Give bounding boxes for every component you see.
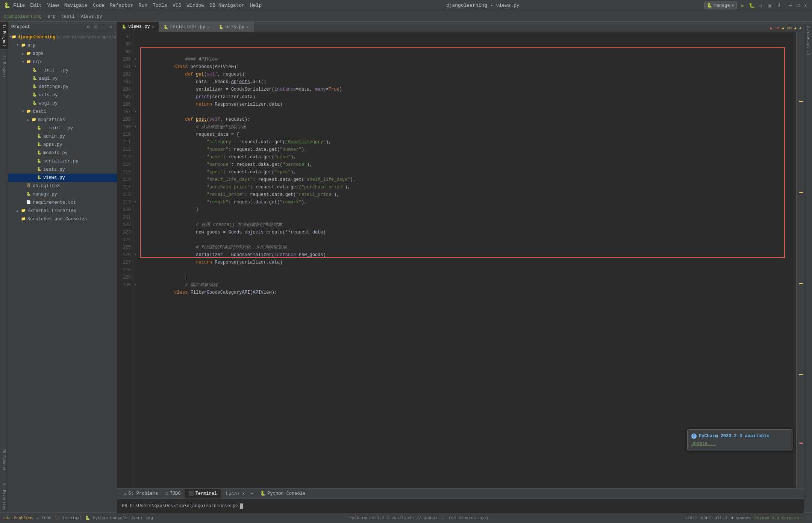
fold-126[interactable]: ▾ [134, 251, 140, 259]
manage-arrow: ▾ [732, 3, 734, 8]
tree-item-db[interactable]: 🗄 db.sqlite3 [8, 182, 117, 190]
menu-edit[interactable]: Edit [30, 3, 42, 8]
menu-help[interactable]: Help [250, 3, 262, 8]
tree-item-manage[interactable]: 🐍 manage.py [8, 190, 117, 199]
local-tab[interactable]: Local × [224, 491, 247, 497]
line-separator[interactable]: CRLF [701, 516, 711, 520]
new-terminal-button[interactable]: Local × + [221, 491, 256, 497]
status-python-console[interactable]: 🐍 Python Console [85, 515, 127, 520]
menu-navigate[interactable]: Navigate [64, 3, 88, 8]
minimize-button[interactable]: — [788, 3, 793, 8]
menu-tools[interactable]: Tools [153, 3, 167, 8]
code-view[interactable]: #### APIView class GetGoods(APIView): de… [140, 32, 796, 488]
fold-119[interactable]: ▾ [134, 199, 140, 206]
plus-icon[interactable]: + [250, 491, 253, 497]
tree-item-asgi[interactable]: 🐍 asgi.py [8, 74, 117, 83]
tab-serializer[interactable]: 🐍 serializer.py ✕ [159, 22, 214, 32]
tree-item-label: __init__.py [39, 68, 68, 73]
status-event-log[interactable]: Event Log [130, 516, 153, 520]
status-terminal[interactable]: ⬛ Terminal [55, 515, 82, 520]
db-browser-tab[interactable]: DB Browser [0, 446, 8, 473]
menu-run[interactable]: Run [139, 3, 147, 8]
coverage-button[interactable]: ↺ [757, 2, 765, 9]
maximize-button[interactable]: □ [795, 3, 801, 8]
tree-item-urls-erp[interactable]: 🐍 urls.py [8, 91, 117, 99]
tree-item-djangolearning[interactable]: ▼ 📁 djangolearning C:\Users\gxx\Desktop\… [8, 33, 117, 41]
breadcrumb-sep-0: › [43, 14, 46, 19]
menu-view[interactable]: View [47, 3, 59, 8]
terminal-content[interactable]: PS C:\Users\gxx\Desktop\djangolearning\e… [117, 499, 804, 513]
app-icon: 🐍 [4, 2, 10, 9]
tree-item-views[interactable]: 🐍 views.py [8, 174, 117, 182]
tree-item-settings[interactable]: 🐍 settings.py [8, 83, 117, 91]
tab-close-serializer[interactable]: ✕ [207, 25, 210, 30]
tree-item-label: wsgi.py [39, 101, 58, 106]
project-tab[interactable]: 1: Project [0, 22, 8, 49]
tab-urls[interactable]: 🐍 urls.py ✕ [214, 22, 253, 32]
tree-item-migrations[interactable]: ▶ 📁 migrations [8, 116, 117, 124]
python-version[interactable]: Python 3.9 (erp-en...) [754, 516, 809, 520]
bottom-tab-terminal[interactable]: ⬛ Terminal [185, 489, 221, 499]
layout-icon[interactable]: ⊞ [93, 24, 99, 30]
profile-button[interactable]: ▣ [766, 2, 774, 9]
bottom-tab-problems[interactable]: ⚠ 6: Problems [120, 489, 162, 499]
py-icon: 🐍 [36, 126, 42, 131]
tree-item-requirements[interactable]: 📄 requirements.txt [8, 199, 117, 207]
menu-window[interactable]: Window [187, 3, 205, 8]
tree-item-scratches[interactable]: 📁 Scratches and Consoles [8, 215, 117, 223]
tab-close-views[interactable]: ✕ [152, 24, 155, 29]
bottom-tab-python-console[interactable]: 🐍 Python Console [256, 489, 309, 499]
breadcrumb-part-2[interactable]: test1 [61, 14, 75, 19]
menu-code[interactable]: Code [93, 3, 105, 8]
favorites-tab[interactable]: 5: Favorites [0, 481, 8, 512]
tree-item-models[interactable]: 🐍 models.py [8, 149, 117, 157]
notification-body: Update... [691, 441, 788, 446]
menu-refactor[interactable]: Refactor [110, 3, 133, 8]
tree-item-tests[interactable]: 🐍 tests.py [8, 165, 117, 174]
tree-item-wsgi[interactable]: 🐍 wsgi.py [8, 99, 117, 108]
breadcrumb-part-3[interactable]: views.py [80, 14, 102, 19]
tree-item-erp-inner[interactable]: ▼ 📁 erp [8, 58, 117, 66]
tree-item-apps[interactable]: ▶ 📁 apps [8, 50, 117, 58]
bottom-tab-todo[interactable]: ☑ TODO [162, 489, 184, 499]
tree-item-serializer[interactable]: 🐍 serializer.py [8, 157, 117, 165]
panel-hide-icon[interactable]: ✕ [108, 24, 114, 30]
tree-item-init1[interactable]: 🐍 __init__.py [8, 66, 117, 74]
manage-button[interactable]: 🐍 manage ▾ [704, 2, 737, 9]
panel-close-icon[interactable]: — [100, 24, 106, 30]
status-problems[interactable]: ⚠ 6: Problems [3, 515, 33, 520]
fold-130[interactable]: ▾ [134, 281, 140, 289]
menu-vcs[interactable]: VCS [173, 3, 181, 8]
tree-item-admin[interactable]: 🐍 admin.py [8, 132, 117, 141]
fold-107[interactable]: ▾ [134, 108, 140, 116]
tree-item-label: serializer.py [43, 159, 79, 164]
close-button[interactable]: ✕ [803, 3, 808, 8]
gear-icon[interactable]: ⚙ [85, 24, 91, 30]
breadcrumb-part-1[interactable]: erp [47, 14, 56, 19]
code-line-101: def get(self, request): [142, 63, 796, 71]
debug-button[interactable]: 🐛 [748, 2, 756, 9]
browser-tab[interactable]: 2: Browser [0, 53, 8, 80]
tree-item-external-libs[interactable]: ▶ 📁 External Libraries [8, 207, 117, 215]
status-bar: ⚠ 6: Problems ☑ TODO ⬛ Terminal 🐍 Python… [0, 512, 812, 523]
fold-101[interactable]: ▾ [134, 63, 140, 71]
tab-close-urls[interactable]: ✕ [246, 25, 249, 30]
update-link[interactable]: Update... [691, 441, 716, 446]
stop-button[interactable]: ⏸ [775, 2, 783, 9]
run-button[interactable]: ▶ [739, 2, 747, 9]
fold-109[interactable]: ▾ [134, 123, 140, 131]
menu-db-navigator[interactable]: DB Navigator [209, 3, 245, 8]
tree-item-erp[interactable]: ▼ 📁 erp [8, 41, 117, 50]
tab-views[interactable]: 🐍 views.py ✕ [117, 22, 159, 32]
fold-100[interactable]: ▾ [134, 56, 140, 63]
status-todo[interactable]: ☑ TODO [36, 515, 52, 520]
breadcrumb-part-0[interactable]: djangolearning [4, 14, 42, 19]
tree-item-test1[interactable]: ▼ 📁 test1 [8, 108, 117, 116]
tree-item-init2[interactable]: 🐍 __init__.py [8, 124, 117, 132]
indent[interactable]: 4 spaces [731, 516, 751, 520]
encoding[interactable]: UTF-8 [715, 516, 727, 520]
structure-tab[interactable]: Z: Structure [805, 22, 811, 59]
menu-file[interactable]: File [13, 3, 25, 8]
warning-count-2: ▲ 4 [794, 26, 801, 30]
tree-item-apps-py[interactable]: 🐍 apps.py [8, 141, 117, 149]
